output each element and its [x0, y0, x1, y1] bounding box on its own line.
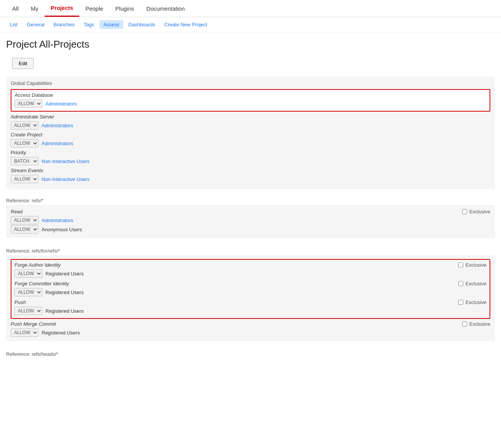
ref-section-refs: Reference: refs/* Read ALLOWDENYBLOCKBAT… [6, 194, 495, 238]
ref-label-refs-heads: Reference: refs/heads/* [6, 347, 495, 358]
exclusive-push-merge: Exclusive [462, 321, 490, 327]
exclusive-label-forge-author: Exclusive [466, 262, 487, 268]
cap-row-administrate-server-0: ALLOWDENYBLOCKBATCH Administrators [11, 121, 490, 130]
user-link-administrators-read[interactable]: Administrators [42, 218, 73, 223]
cap-forge-author-left: Forge Author Identity ALLOWDENYBLOCKBATC… [14, 262, 458, 278]
exclusive-forge-author: Exclusive [458, 262, 487, 268]
permission-select-push-merge-0[interactable]: ALLOWDENYBLOCKBATCH [11, 328, 39, 337]
user-registered-push: Registered Users [45, 308, 84, 314]
cap-name-push: Push [14, 299, 458, 305]
exclusive-label-push-merge: Exclusive [469, 321, 490, 327]
ref-section-refs-for: Reference: refs/for/refs/* Forge Author … [6, 244, 495, 341]
user-link-administrators-0[interactable]: Administrators [45, 101, 77, 107]
exclusive-label-forge-committer: Exclusive [466, 281, 487, 286]
cap-row-forge-committer-0: ALLOWDENYBLOCKBATCH Registered Users [14, 288, 458, 296]
cap-row-push-0: ALLOWDENYBLOCKBATCH Registered Users [14, 307, 458, 315]
permission-select-administrate-server-0[interactable]: ALLOWDENYBLOCKBATCH [11, 121, 39, 130]
cap-create-project: Create Project ALLOWDENYBLOCKBATCH Admin… [11, 132, 490, 147]
exclusive-checkbox-push-merge[interactable] [462, 322, 467, 326]
cap-row-read-0: ALLOWDENYBLOCKBATCH Administrators [11, 216, 462, 224]
permission-select-read-0[interactable]: ALLOWDENYBLOCKBATCH [11, 216, 39, 224]
user-link-non-interactive-0[interactable]: Non-Interactive Users [42, 158, 90, 164]
top-nav: All My Projects People Plugins Documenta… [0, 0, 501, 17]
nav-my[interactable]: My [25, 1, 45, 16]
cap-row-forge-author-0: ALLOWDENYBLOCKBATCH Registered Users [14, 269, 458, 278]
cap-push-left: Push ALLOWDENYBLOCKBATCH Registered User… [14, 299, 458, 316]
cap-name-forge-committer: Forge Committer Identity [14, 281, 458, 286]
cap-administrate-server: Administrate Server ALLOWDENYBLOCKBATCH … [11, 114, 490, 130]
ref-label-refs-for: Reference: refs/for/refs/* [6, 244, 495, 255]
permission-select-read-1[interactable]: ALLOWDENYBLOCKBATCH [11, 225, 39, 234]
cap-row-stream-events-0: ALLOWDENYBLOCKBATCH Non-Interactive User… [11, 175, 490, 183]
permission-select-create-project-0[interactable]: ALLOWDENYBLOCKBATCH [11, 139, 39, 147]
user-registered-push-merge: Registered Users [42, 330, 80, 336]
exclusive-checkbox-forge-committer[interactable] [458, 281, 463, 286]
cap-name-forge-author: Forge Author Identity [14, 262, 458, 268]
subnav-access[interactable]: Access [100, 20, 123, 29]
nav-people[interactable]: People [79, 1, 109, 16]
user-link-administrators-1[interactable]: Administrators [42, 123, 73, 128]
exclusive-forge-committer: Exclusive [458, 281, 487, 286]
nav-projects[interactable]: Projects [45, 0, 79, 17]
permission-select-stream-events-0[interactable]: ALLOWDENYBLOCKBATCH [11, 175, 39, 183]
permission-select-access-database-0[interactable]: ALLOWDENYBLOCKBATCH [14, 99, 42, 108]
user-link-non-interactive-1[interactable]: Non-Interactive Users [42, 176, 90, 182]
permission-select-forge-author-0[interactable]: ALLOWDENYBLOCKBATCH [14, 269, 42, 278]
cap-read-row: Read ALLOWDENYBLOCKBATCH Administrators … [11, 209, 490, 234]
cap-row-access-database-0: ALLOWDENYBLOCKBATCH Administrators [14, 99, 487, 108]
permission-select-forge-committer-0[interactable]: ALLOWDENYBLOCKBATCH [14, 288, 42, 296]
cap-forge-committer-row: Forge Committer Identity ALLOWDENYBLOCKB… [14, 281, 487, 297]
edit-button[interactable]: Edit [12, 58, 34, 69]
subnav-tags[interactable]: Tags [80, 20, 98, 29]
cap-name-priority: Priority [11, 150, 490, 155]
cap-push-merge-row: Push Merge Commit ALLOWDENYBLOCKBATCH Re… [11, 321, 490, 338]
cap-name-read: Read [11, 209, 462, 214]
subnav-list[interactable]: List [6, 20, 21, 29]
permission-select-priority-0[interactable]: ALLOWDENYBLOCKBATCH [11, 157, 39, 165]
cap-row-push-merge-0: ALLOWDENYBLOCKBATCH Registered Users [11, 328, 462, 337]
cap-push-row: Push ALLOWDENYBLOCKBATCH Registered User… [14, 299, 487, 316]
cap-forge-committer-left: Forge Committer Identity ALLOWDENYBLOCKB… [14, 281, 458, 297]
global-capabilities-section: Global Capabilities Access Database ALLO… [6, 77, 495, 189]
cap-forge-group-highlighted: Forge Author Identity ALLOWDENYBLOCKBATC… [11, 259, 490, 319]
cap-name-access-database: Access Database [14, 92, 487, 98]
global-capabilities-title: Global Capabilities [11, 80, 490, 86]
cap-name-create-project: Create Project [11, 132, 490, 138]
nav-all[interactable]: All [6, 1, 25, 16]
ref-section-refs-heads: Reference: refs/heads/* [6, 347, 495, 358]
cap-stream-events: Stream Events ALLOWDENYBLOCKBATCH Non-In… [11, 168, 490, 183]
cap-name-administrate-server: Administrate Server [11, 114, 490, 120]
subnav-general[interactable]: General [23, 20, 48, 29]
permission-select-push-0[interactable]: ALLOWDENYBLOCKBATCH [14, 307, 42, 315]
sub-nav: List General Branches Tags Access Dashbo… [0, 17, 501, 32]
cap-access-database: Access Database ALLOWDENYBLOCKBATCH Admi… [11, 89, 490, 112]
cap-row-read-1: ALLOWDENYBLOCKBATCH Anonymous Users [11, 225, 462, 234]
user-anonymous: Anonymous Users [42, 227, 82, 232]
exclusive-read: Exclusive [462, 209, 490, 214]
ref-block-refs: Read ALLOWDENYBLOCKBATCH Administrators … [6, 205, 495, 238]
exclusive-label-push: Exclusive [466, 299, 487, 305]
subnav-branches[interactable]: Branches [50, 20, 78, 29]
subnav-dashboards[interactable]: Dashboards [125, 20, 159, 29]
user-registered-forge-author: Registered Users [45, 271, 84, 277]
exclusive-checkbox-forge-author[interactable] [458, 262, 463, 267]
cap-name-stream-events: Stream Events [11, 168, 490, 173]
ref-label-refs: Reference: refs/* [6, 194, 495, 205]
exclusive-push: Exclusive [458, 299, 487, 305]
subnav-create-new-project[interactable]: Create New Project [161, 20, 211, 29]
ref-block-refs-for: Forge Author Identity ALLOWDENYBLOCKBATC… [6, 255, 495, 341]
user-registered-forge-committer: Registered Users [45, 290, 84, 295]
exclusive-checkbox-read[interactable] [462, 209, 467, 214]
exclusive-checkbox-push[interactable] [458, 300, 463, 305]
exclusive-label-read: Exclusive [469, 209, 490, 214]
nav-documentation[interactable]: Documentation [140, 1, 191, 16]
cap-priority: Priority ALLOWDENYBLOCKBATCH Non-Interac… [11, 150, 490, 165]
cap-name-push-merge: Push Merge Commit [11, 321, 462, 327]
user-link-administrators-2[interactable]: Administrators [42, 141, 73, 146]
page-title: Project All-Projects [0, 32, 501, 53]
cap-row-priority-0: ALLOWDENYBLOCKBATCH Non-Interactive User… [11, 157, 490, 165]
nav-plugins[interactable]: Plugins [109, 1, 140, 16]
cap-push-merge-left: Push Merge Commit ALLOWDENYBLOCKBATCH Re… [11, 321, 462, 338]
cap-forge-author-row: Forge Author Identity ALLOWDENYBLOCKBATC… [14, 262, 487, 278]
cap-read-left: Read ALLOWDENYBLOCKBATCH Administrators … [11, 209, 462, 234]
